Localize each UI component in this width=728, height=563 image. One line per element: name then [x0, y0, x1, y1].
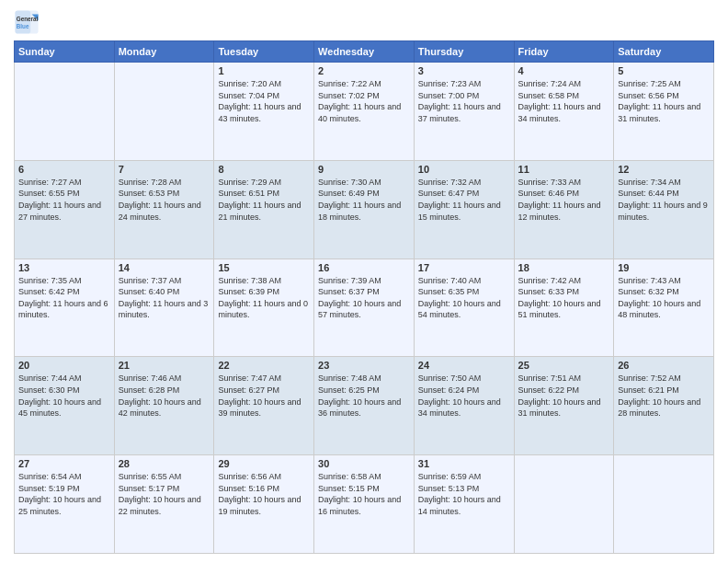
calendar-cell: 20Sunrise: 7:44 AMSunset: 6:30 PMDayligh… — [15, 357, 115, 455]
day-info: Sunrise: 6:56 AMSunset: 5:16 PMDaylight:… — [218, 471, 310, 517]
day-info: Sunrise: 7:34 AMSunset: 6:44 PMDaylight:… — [618, 177, 710, 223]
day-number: 27 — [18, 458, 110, 469]
calendar-week-1: 1Sunrise: 7:20 AMSunset: 7:04 PMDaylight… — [15, 63, 714, 161]
day-info: Sunrise: 7:48 AMSunset: 6:25 PMDaylight:… — [318, 373, 410, 419]
calendar-cell: 8Sunrise: 7:29 AMSunset: 6:51 PMDaylight… — [214, 160, 314, 259]
day-number: 11 — [518, 164, 610, 175]
day-info: Sunrise: 7:29 AMSunset: 6:51 PMDaylight:… — [218, 177, 310, 223]
day-info: Sunrise: 7:30 AMSunset: 6:49 PMDaylight:… — [318, 177, 410, 223]
calendar-cell: 21Sunrise: 7:46 AMSunset: 6:28 PMDayligh… — [114, 357, 214, 455]
calendar-cell: 30Sunrise: 6:58 AMSunset: 5:15 PMDayligh… — [314, 455, 415, 554]
day-number: 18 — [518, 262, 610, 273]
day-info: Sunrise: 7:25 AMSunset: 6:56 PMDaylight:… — [618, 78, 710, 124]
day-number: 21 — [119, 360, 210, 371]
logo: General Blue — [14, 9, 43, 35]
day-info: Sunrise: 7:46 AMSunset: 6:28 PMDaylight:… — [119, 373, 210, 419]
day-number: 31 — [418, 458, 510, 469]
calendar-cell — [114, 63, 214, 161]
calendar-table: SundayMondayTuesdayWednesdayThursdayFrid… — [14, 40, 714, 554]
calendar-cell: 1Sunrise: 7:20 AMSunset: 7:04 PMDaylight… — [214, 63, 314, 161]
day-info: Sunrise: 7:52 AMSunset: 6:21 PMDaylight:… — [618, 373, 710, 419]
day-info: Sunrise: 7:22 AMSunset: 7:02 PMDaylight:… — [318, 78, 410, 124]
calendar-cell: 9Sunrise: 7:30 AMSunset: 6:49 PMDaylight… — [314, 160, 415, 259]
weekday-header-monday: Monday — [114, 41, 214, 63]
logo-icon: General Blue — [14, 9, 40, 35]
day-info: Sunrise: 6:54 AMSunset: 5:19 PMDaylight:… — [18, 471, 110, 517]
weekday-header-friday: Friday — [514, 41, 614, 63]
weekday-header-sunday: Sunday — [15, 41, 115, 63]
day-info: Sunrise: 7:42 AMSunset: 6:33 PMDaylight:… — [518, 275, 610, 321]
day-number: 3 — [418, 65, 510, 76]
day-number: 28 — [119, 458, 210, 469]
day-info: Sunrise: 7:32 AMSunset: 6:47 PMDaylight:… — [418, 177, 510, 223]
day-number: 29 — [218, 458, 310, 469]
day-number: 19 — [618, 262, 710, 273]
calendar-cell — [15, 63, 115, 161]
calendar-cell: 18Sunrise: 7:42 AMSunset: 6:33 PMDayligh… — [514, 259, 614, 357]
day-number: 6 — [18, 164, 110, 175]
calendar-cell: 23Sunrise: 7:48 AMSunset: 6:25 PMDayligh… — [314, 357, 415, 455]
day-number: 23 — [318, 360, 410, 371]
day-number: 17 — [418, 262, 510, 273]
day-info: Sunrise: 7:38 AMSunset: 6:39 PMDaylight:… — [218, 275, 310, 321]
calendar-cell: 19Sunrise: 7:43 AMSunset: 6:32 PMDayligh… — [614, 259, 714, 357]
day-info: Sunrise: 7:27 AMSunset: 6:55 PMDaylight:… — [18, 177, 110, 223]
svg-text:General: General — [17, 16, 39, 22]
calendar-cell — [514, 455, 614, 554]
calendar-cell: 16Sunrise: 7:39 AMSunset: 6:37 PMDayligh… — [314, 259, 415, 357]
day-number: 26 — [618, 360, 710, 371]
svg-rect-2 — [15, 10, 30, 33]
calendar-cell: 14Sunrise: 7:37 AMSunset: 6:40 PMDayligh… — [114, 259, 214, 357]
calendar-week-3: 13Sunrise: 7:35 AMSunset: 6:42 PMDayligh… — [15, 259, 714, 357]
day-info: Sunrise: 7:50 AMSunset: 6:24 PMDaylight:… — [418, 373, 510, 419]
day-number: 24 — [418, 360, 510, 371]
calendar-cell: 28Sunrise: 6:55 AMSunset: 5:17 PMDayligh… — [114, 455, 214, 554]
calendar-cell: 11Sunrise: 7:33 AMSunset: 6:46 PMDayligh… — [514, 160, 614, 259]
day-info: Sunrise: 7:51 AMSunset: 6:22 PMDaylight:… — [518, 373, 610, 419]
calendar-cell: 3Sunrise: 7:23 AMSunset: 7:00 PMDaylight… — [414, 63, 514, 161]
calendar-week-2: 6Sunrise: 7:27 AMSunset: 6:55 PMDaylight… — [15, 160, 714, 259]
day-number: 22 — [218, 360, 310, 371]
calendar-cell: 7Sunrise: 7:28 AMSunset: 6:53 PMDaylight… — [114, 160, 214, 259]
calendar-cell: 27Sunrise: 6:54 AMSunset: 5:19 PMDayligh… — [15, 455, 115, 554]
calendar-cell: 13Sunrise: 7:35 AMSunset: 6:42 PMDayligh… — [15, 259, 115, 357]
day-number: 14 — [119, 262, 210, 273]
day-number: 30 — [318, 458, 410, 469]
day-number: 13 — [18, 262, 110, 273]
day-number: 8 — [218, 164, 310, 175]
day-info: Sunrise: 7:28 AMSunset: 6:53 PMDaylight:… — [119, 177, 210, 223]
weekday-header-tuesday: Tuesday — [214, 41, 314, 63]
day-info: Sunrise: 7:43 AMSunset: 6:32 PMDaylight:… — [618, 275, 710, 321]
day-number: 12 — [618, 164, 710, 175]
day-number: 25 — [518, 360, 610, 371]
weekday-header-thursday: Thursday — [414, 41, 514, 63]
calendar-cell: 10Sunrise: 7:32 AMSunset: 6:47 PMDayligh… — [414, 160, 514, 259]
weekday-row: SundayMondayTuesdayWednesdayThursdayFrid… — [15, 41, 714, 63]
weekday-header-saturday: Saturday — [614, 41, 714, 63]
header: General Blue — [14, 9, 714, 35]
day-number: 7 — [119, 164, 210, 175]
calendar-cell — [614, 455, 714, 554]
day-number: 4 — [518, 65, 610, 76]
page: General Blue SundayMondayTuesdayWednesda… — [0, 0, 728, 563]
calendar-cell: 29Sunrise: 6:56 AMSunset: 5:16 PMDayligh… — [214, 455, 314, 554]
day-number: 20 — [18, 360, 110, 371]
calendar-cell: 4Sunrise: 7:24 AMSunset: 6:58 PMDaylight… — [514, 63, 614, 161]
day-number: 15 — [218, 262, 310, 273]
day-info: Sunrise: 7:44 AMSunset: 6:30 PMDaylight:… — [18, 373, 110, 419]
day-info: Sunrise: 6:55 AMSunset: 5:17 PMDaylight:… — [119, 471, 210, 517]
day-info: Sunrise: 7:35 AMSunset: 6:42 PMDaylight:… — [18, 275, 110, 321]
day-info: Sunrise: 7:20 AMSunset: 7:04 PMDaylight:… — [218, 78, 310, 124]
calendar-cell: 25Sunrise: 7:51 AMSunset: 6:22 PMDayligh… — [514, 357, 614, 455]
calendar-cell: 6Sunrise: 7:27 AMSunset: 6:55 PMDaylight… — [15, 160, 115, 259]
day-info: Sunrise: 6:58 AMSunset: 5:15 PMDaylight:… — [318, 471, 410, 517]
day-info: Sunrise: 7:40 AMSunset: 6:35 PMDaylight:… — [418, 275, 510, 321]
calendar-cell: 5Sunrise: 7:25 AMSunset: 6:56 PMDaylight… — [614, 63, 714, 161]
weekday-header-wednesday: Wednesday — [314, 41, 415, 63]
calendar-cell: 12Sunrise: 7:34 AMSunset: 6:44 PMDayligh… — [614, 160, 714, 259]
day-number: 5 — [618, 65, 710, 76]
calendar-week-5: 27Sunrise: 6:54 AMSunset: 5:19 PMDayligh… — [15, 455, 714, 554]
calendar-cell: 15Sunrise: 7:38 AMSunset: 6:39 PMDayligh… — [214, 259, 314, 357]
day-info: Sunrise: 7:39 AMSunset: 6:37 PMDaylight:… — [318, 275, 410, 321]
day-info: Sunrise: 7:23 AMSunset: 7:00 PMDaylight:… — [418, 78, 510, 124]
